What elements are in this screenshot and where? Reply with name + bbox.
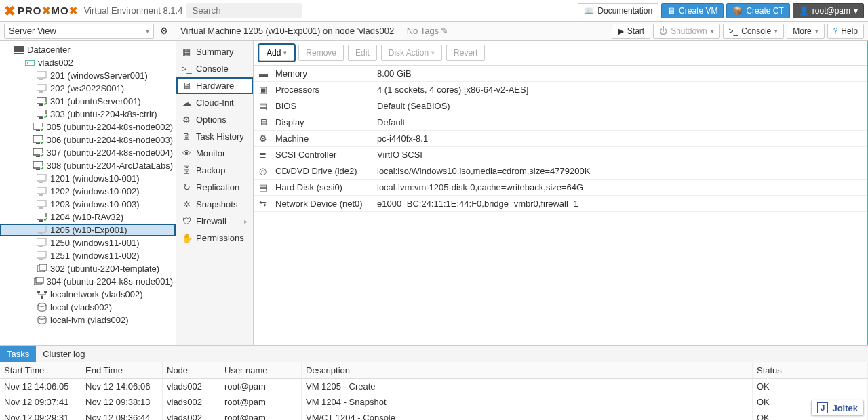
hardware-row[interactable]: 🖥DisplayDefault xyxy=(254,114,867,131)
chevron-down-icon: ▾ xyxy=(431,49,435,56)
history-icon: 🗎 xyxy=(182,131,191,142)
create-ct-button[interactable]: 📦 Create CT xyxy=(726,3,789,18)
col-user[interactable]: User name xyxy=(220,362,302,378)
documentation-button[interactable]: 📖 Documentation xyxy=(578,3,658,18)
nav-permissions[interactable]: ✋Permissions xyxy=(176,230,253,247)
tree-item[interactable]: 304 (ubuntu-2204-k8s-node001) xyxy=(0,275,176,288)
tree-item[interactable]: local (vlads002) xyxy=(0,301,176,314)
tree-item[interactable]: 201 (windowsServer001) xyxy=(0,69,176,82)
template-icon xyxy=(37,264,47,274)
tree-item[interactable]: 305 (ubuntu-2204-k8s-node002) xyxy=(0,121,176,133)
book-icon: 📖 xyxy=(584,6,594,16)
terminal-icon: >_ xyxy=(729,26,738,36)
nav-cloud-init[interactable]: ☁Cloud-Init xyxy=(176,94,253,111)
tree-item[interactable]: 1202 (windows10-002) xyxy=(0,185,176,198)
more-button[interactable]: More▾ xyxy=(787,24,824,39)
expand-toggle[interactable]: - xyxy=(3,46,11,54)
hardware-row[interactable]: ≣SCSI ControllerVirtIO SCSI xyxy=(254,147,867,163)
svg-point-49 xyxy=(38,303,46,306)
help-button[interactable]: ?Help xyxy=(827,24,864,39)
col-node[interactable]: Node xyxy=(163,362,220,378)
col-start[interactable]: Start Time↓ xyxy=(0,362,81,378)
add-button[interactable]: Add▾ xyxy=(259,45,294,61)
tree-item[interactable]: 301 (ubuntuServer001) xyxy=(0,95,176,108)
template-icon xyxy=(34,277,44,287)
hardware-row[interactable]: ▬Memory8.00 GiB xyxy=(254,66,867,82)
vm-off-icon xyxy=(37,238,47,248)
nav-task-history[interactable]: 🗎Task History xyxy=(176,128,253,145)
nav-firewall[interactable]: 🛡Firewall▸ xyxy=(176,213,253,230)
tree-item-label: 1250 (windows11-001) xyxy=(50,238,140,248)
edit-button[interactable]: Edit xyxy=(348,45,377,61)
hw-key: Memory xyxy=(275,68,377,79)
tags-area[interactable]: No Tags ✎ xyxy=(407,26,448,36)
svg-rect-34 xyxy=(39,220,43,222)
nav-console[interactable]: >_Console xyxy=(176,60,253,77)
cell-start: Nov 12 09:29:31 xyxy=(0,410,81,420)
tree-item[interactable]: 303 (ubuntu-2204-k8s-ctrlr) xyxy=(0,108,176,121)
col-desc[interactable]: Description xyxy=(302,362,753,378)
tree-item[interactable]: -Datacenter xyxy=(0,43,176,56)
tree-item[interactable]: 1205 (w10-Exp001) xyxy=(0,224,176,236)
backup-icon: 🗄 xyxy=(182,165,191,175)
view-selector[interactable]: Server View ▾ xyxy=(4,24,154,39)
nav-options[interactable]: ⚙Options xyxy=(176,111,253,128)
expand-toggle[interactable]: - xyxy=(14,59,22,67)
svg-rect-3 xyxy=(25,60,35,66)
tree-item[interactable]: 202 (ws2022S001) xyxy=(0,82,176,95)
user-menu-button[interactable]: 👤 root@pam ▾ xyxy=(793,3,864,18)
nav-hardware[interactable]: 🖥Hardware xyxy=(176,77,253,94)
cell-user: root@pam xyxy=(220,394,302,410)
tree-item[interactable]: localnetwork (vlads002) xyxy=(0,288,176,301)
nav-monitor[interactable]: 👁Monitor xyxy=(176,145,253,162)
resource-tree[interactable]: -Datacenter-vlads002201 (windowsServer00… xyxy=(0,41,176,345)
tree-item[interactable]: 1204 (w10-RAv32) xyxy=(0,211,176,224)
svg-rect-16 xyxy=(36,130,40,131)
tree-item[interactable]: -vlads002 xyxy=(0,56,176,69)
col-end[interactable]: End Time xyxy=(81,362,163,378)
tree-item[interactable]: 1250 (windows11-001) xyxy=(0,236,176,249)
create-vm-button[interactable]: 🖥 Create VM xyxy=(661,3,724,18)
svg-rect-1 xyxy=(14,49,24,52)
svg-rect-0 xyxy=(14,46,24,49)
console-button[interactable]: >_Console▾ xyxy=(723,24,785,39)
hardware-row[interactable]: ▤BIOSDefault (SeaBIOS) xyxy=(254,98,867,114)
tree-item[interactable]: 1251 (windows11-002) xyxy=(0,249,176,262)
log-row[interactable]: Nov 12 14:06:05Nov 12 14:06:06vlads002ro… xyxy=(0,379,868,394)
nav-backup[interactable]: 🗄Backup xyxy=(176,162,253,179)
hardware-row[interactable]: ▤Hard Disk (scsi0)local-lvm:vm-1205-disk… xyxy=(254,180,867,196)
tree-item[interactable]: 1203 (windows10-003) xyxy=(0,198,176,211)
nav-snapshots[interactable]: ✲Snapshots xyxy=(176,196,253,213)
tree-item[interactable]: 1201 (windows10-001) xyxy=(0,172,176,185)
tree-item[interactable]: 307 (ubuntu-2204-k8s-node004) xyxy=(0,146,176,159)
remove-button[interactable]: Remove xyxy=(298,45,344,61)
view-settings-button[interactable]: ⚙ xyxy=(157,24,172,39)
log-row[interactable]: Nov 12 09:29:31Nov 12 09:36:44vlads002ro… xyxy=(0,410,868,420)
tab-cluster-log[interactable]: Cluster log xyxy=(36,346,92,362)
svg-rect-27 xyxy=(37,174,46,181)
hardware-row[interactable]: ⇆Network Device (net0)e1000=BC:24:11:1E:… xyxy=(254,196,867,212)
start-button[interactable]: ▶Start xyxy=(612,24,650,39)
revert-button[interactable]: Revert xyxy=(446,45,485,61)
hardware-row[interactable]: ◎CD/DVD Drive (ide2)local:iso/Windows10.… xyxy=(254,163,867,180)
main: -Datacenter-vlads002201 (windowsServer00… xyxy=(0,41,868,345)
tree-item[interactable]: local-lvm (vlads002) xyxy=(0,314,176,327)
nav-replication[interactable]: ↻Replication xyxy=(176,179,253,196)
hw-value: 4 (1 sockets, 4 cores) [x86-64-v2-AES] xyxy=(377,85,528,95)
disk-action-button[interactable]: Disk Action▾ xyxy=(381,45,442,61)
shutdown-button[interactable]: ⏻Shutdown▾ xyxy=(653,24,719,39)
nav-summary[interactable]: ▦Summary xyxy=(176,43,253,60)
tree-item[interactable]: 308 (ubuntu-2204-ArcDataLabs) xyxy=(0,159,176,172)
tree-item[interactable]: 306 (ubuntu-2204-k8s-node003) xyxy=(0,133,176,146)
hardware-row[interactable]: ▣Processors4 (1 sockets, 4 cores) [x86-6… xyxy=(254,82,867,98)
hardware-row[interactable]: ⚙Machinepc-i440fx-8.1 xyxy=(254,131,867,147)
tree-item-label: 1201 (windows10-001) xyxy=(50,173,140,184)
log-row[interactable]: Nov 12 09:37:41Nov 12 09:38:13vlads002ro… xyxy=(0,394,868,410)
user-label: root@pam xyxy=(812,6,850,16)
tree-item[interactable]: 302 (ubuntu-2204-template) xyxy=(0,262,176,275)
summary-icon: ▦ xyxy=(182,47,191,57)
col-status[interactable]: Status xyxy=(753,362,868,378)
svg-rect-7 xyxy=(37,84,46,91)
search-input[interactable] xyxy=(186,3,302,18)
tab-tasks[interactable]: Tasks xyxy=(0,346,36,362)
